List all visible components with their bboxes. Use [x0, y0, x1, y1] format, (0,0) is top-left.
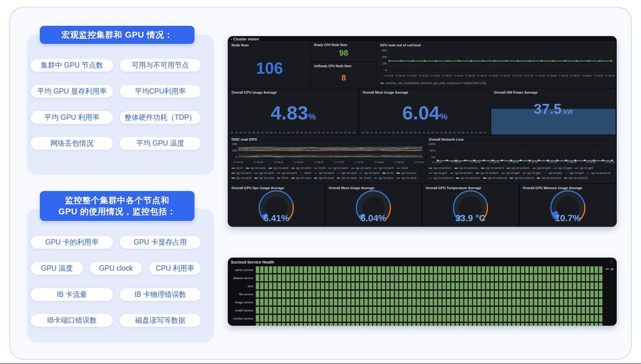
legend-item[interactable]: sgc-int-oam5: [396, 175, 416, 180]
status-cell: [577, 282, 581, 289]
legend-item[interactable]: sgc-int-oam4: [314, 170, 334, 175]
legend-item[interactable]: sgc-int-oam6: [277, 170, 297, 175]
status-cell: [260, 291, 264, 297]
legend-item[interactable]: sgc-int-oam4: [269, 180, 288, 182]
legend-item[interactable]: sgc-int-worker13: [429, 175, 453, 180]
legend-item[interactable]: sgc-int-oam5: [269, 166, 288, 170]
legend-item[interactable]: sgc-int-oam5: [254, 170, 274, 175]
status-cell: [503, 274, 507, 281]
status-cell: [568, 274, 572, 281]
legend-item[interactable]: br104: [314, 166, 325, 170]
legend-item[interactable]: br104: [232, 166, 243, 170]
x-tick-label: 17:38:30: [570, 74, 580, 77]
status-cell: [421, 266, 424, 273]
legend-item[interactable]: br104: [277, 175, 288, 180]
legend-item[interactable]: sgc-int-oam4: [328, 166, 348, 170]
section1-header: 宏观监控集群和 GPU 情况：: [40, 26, 194, 44]
legend-item[interactable]: sgc-int-oam6: [291, 166, 311, 170]
legend-item[interactable]: br104: [254, 180, 266, 182]
legend-item[interactable]: sgc-int-worker18: [480, 180, 504, 182]
status-cell: [360, 299, 363, 306]
status-cell: [295, 291, 298, 297]
legend-swatch: [232, 178, 235, 179]
legend-item[interactable]: sgc-int-oam4: [291, 175, 311, 180]
legend-item[interactable]: sgc-int-worker9: [454, 180, 477, 182]
legend-item[interactable]: sgc-int-oam5: [232, 175, 251, 180]
section1-header-text: 宏观监控集群和 GPU 情况：: [61, 29, 173, 40]
legend-item[interactable]: sgc-int-gpt2: [544, 170, 562, 175]
status-cell: [386, 307, 390, 314]
legend-item[interactable]: sgc-int-worker19: [510, 175, 534, 180]
legend-item[interactable]: sgc-int-oam5: [337, 170, 357, 175]
service-health-legend[interactable]: up: [606, 267, 614, 271]
status-cells: [256, 291, 602, 297]
legend-item[interactable]: sgc-int-oam6: [254, 175, 274, 180]
collapse-icon[interactable]: -: [231, 37, 232, 41]
status-cell: [560, 282, 563, 289]
dashboard-title[interactable]: Cluster vision: [233, 37, 259, 41]
status-cell: [343, 323, 346, 326]
panel-unready-cpu-node: UnReady CPU Node Num 8: [311, 63, 376, 87]
legend-item[interactable]: sgc-int-gpt7: [429, 170, 447, 175]
legend-item[interactable]: sgc-int-worker21: [564, 175, 588, 180]
legend-item[interactable]: sgc-int-oam6: [374, 166, 394, 170]
legend-item[interactable]: sgc-int-oam5: [314, 175, 334, 180]
legend-item[interactable]: sgc-int-worker6: [429, 180, 452, 182]
status-cell: [551, 266, 554, 273]
legend-item[interactable]: sgc-int-worker5: [507, 166, 529, 170]
gpu-num-legend[interactable]: sum(max_over_time(federate_birentech_gpu…: [381, 82, 486, 85]
legend-item[interactable]: sgc-int-oam6: [232, 180, 251, 182]
legend-swatch: [314, 168, 317, 169]
service-name: model-service: [230, 307, 256, 314]
legend-item[interactable]: sgc-int-worker4: [481, 166, 504, 170]
legend-item[interactable]: br104-cam-server17: [537, 180, 565, 182]
data-point: [541, 60, 542, 62]
pill-gpu-node-count: 集群中 GPU 节点数: [30, 58, 114, 72]
legend-item[interactable]: sgc-int-worker10: [586, 170, 611, 175]
legend-item[interactable]: sgc-int-oam6: [337, 175, 357, 180]
status-cell: [495, 323, 498, 326]
kebab-menu-icon[interactable]: ⋮: [609, 259, 614, 264]
legend-swatch: [476, 173, 479, 174]
legend-item[interactable]: sgc-int-worker8: [476, 170, 498, 175]
panel-ready-cpu-node: Ready CPU Node Num 98: [311, 41, 376, 61]
legend-item[interactable]: br104: [337, 180, 348, 182]
legend-item[interactable]: sgc-int-oam5: [351, 166, 371, 170]
status-cell: [543, 274, 546, 281]
legend-item[interactable]: sgc-int-worker20: [537, 175, 561, 180]
legend-item[interactable]: sgc-int-worker7: [450, 170, 473, 175]
legend-item[interactable]: sgc-int-gpt6: [575, 166, 593, 170]
gridline: [437, 143, 613, 144]
legend-item[interactable]: sgc-int-worker11: [454, 166, 478, 170]
legend-item[interactable]: sgc-int-worker1: [429, 166, 452, 170]
x-tick-label: 17:36:00: [490, 161, 499, 164]
legend-item[interactable]: sgc-int-oam5: [291, 180, 311, 182]
legend-item[interactable]: sgc-int-oam6: [314, 180, 334, 182]
status-cell: [473, 282, 476, 289]
legend-swatch: [381, 83, 384, 84]
status-cell: [408, 266, 411, 273]
legend-item[interactable]: br104: [396, 166, 408, 170]
legend-item[interactable]: br104-cam-server6: [507, 180, 534, 182]
legend-item[interactable]: sgc-int-oam4: [396, 170, 416, 175]
status-cell: [273, 266, 277, 273]
legend-item[interactable]: sgc-int-oam4: [374, 175, 394, 180]
legend-item[interactable]: sgc-int-oam4: [232, 170, 251, 175]
dashboard-row-toggle[interactable]: - Cluster vision: [228, 36, 617, 42]
legend-swatch: [544, 173, 547, 174]
legend-item[interactable]: sgc-int-worker14: [456, 175, 480, 180]
legend-item[interactable]: br104: [300, 170, 311, 175]
legend-item[interactable]: sgc-int-worker16: [483, 175, 507, 180]
legend-item[interactable]: sgc-int-gpt1: [522, 170, 541, 175]
status-cell: [338, 291, 342, 297]
legend-item[interactable]: sgc-int-gpt0: [501, 170, 520, 175]
panel-title: Overall GPU Memory Usage Average: [520, 184, 615, 191]
status-cell: [551, 299, 554, 306]
legend-item[interactable]: sgc-int-gpt4: [532, 166, 551, 170]
legend-item[interactable]: sgc-int-oam6: [359, 170, 379, 175]
legend-item[interactable]: br104: [359, 175, 371, 180]
legend-item[interactable]: sgc-int-gpt3: [565, 170, 583, 175]
legend-item[interactable]: br104: [382, 170, 394, 175]
legend-item[interactable]: sgc-int-oam4: [246, 166, 266, 170]
legend-item[interactable]: sgc-int-gpt5: [554, 166, 572, 170]
